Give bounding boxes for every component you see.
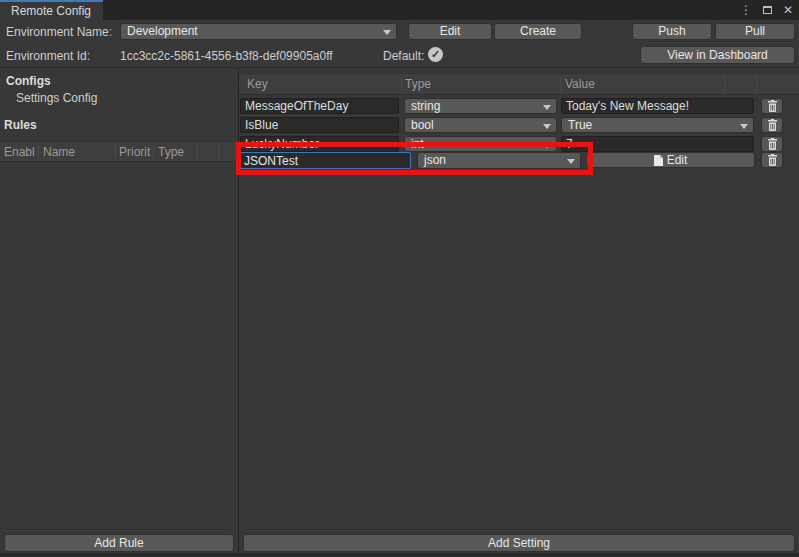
chevron-down-icon <box>543 124 551 129</box>
pull-button[interactable]: Pull <box>715 23 795 40</box>
setting-type-dropdown[interactable]: string <box>404 98 557 114</box>
rules-col-enabled[interactable]: Enabl <box>4 145 37 159</box>
add-rule-button[interactable]: Add Rule <box>4 534 234 552</box>
default-checkbox[interactable]: ✓ <box>428 47 443 62</box>
setting-key-field[interactable]: IsBlue <box>240 117 399 133</box>
setting-value-dropdown[interactable]: True <box>561 117 754 133</box>
delete-setting-button[interactable] <box>761 136 783 152</box>
trash-icon <box>767 100 778 112</box>
chevron-down-icon <box>383 30 391 35</box>
settings-col-type[interactable]: Type <box>405 77 431 91</box>
trash-icon <box>767 119 778 131</box>
rules-col-name[interactable]: Name <box>43 145 75 159</box>
push-button[interactable]: Push <box>632 23 712 40</box>
chevron-down-icon <box>567 159 575 164</box>
section-divider <box>0 67 799 68</box>
settings-col-key[interactable]: Key <box>247 77 268 91</box>
environment-name-dropdown[interactable]: Development <box>120 23 397 40</box>
configs-header: Configs <box>6 73 51 90</box>
setting-value-field[interactable]: Today's New Message! <box>561 98 754 114</box>
close-icon[interactable]: ✕ <box>781 3 795 17</box>
delete-setting-button[interactable] <box>761 98 783 114</box>
view-in-dashboard-button[interactable]: View in Dashboard <box>640 46 795 64</box>
panel-divider[interactable] <box>238 68 239 557</box>
edit-json-button[interactable]: Edit <box>586 152 755 168</box>
chevron-down-icon <box>543 105 551 110</box>
tab-remote-config[interactable]: Remote Config <box>0 0 103 20</box>
setting-type-dropdown[interactable]: json <box>417 152 581 169</box>
setting-type-dropdown[interactable]: bool <box>404 117 557 133</box>
title-bar: Remote Config ⋮ ✕ <box>0 0 799 20</box>
setting-key-field[interactable]: LuckyNumber <box>240 136 399 152</box>
trash-icon <box>767 154 778 166</box>
setting-key-field[interactable]: MessageOfTheDay <box>240 98 399 114</box>
maximize-icon[interactable] <box>760 3 774 17</box>
tab-label: Remote Config <box>11 4 91 18</box>
delete-setting-button[interactable] <box>761 117 783 133</box>
window-menu-icon[interactable]: ⋮ <box>739 3 753 17</box>
environment-name-label: Environment Name: <box>6 24 112 41</box>
file-icon <box>654 155 663 166</box>
sidebar-item-settings-config[interactable]: Settings Config <box>16 91 97 105</box>
settings-table-header: Key Type Value <box>239 73 799 95</box>
setting-value-field[interactable]: 7 <box>561 136 754 152</box>
rules-header: Rules <box>4 117 37 134</box>
default-label: Default: <box>383 48 424 65</box>
rules-table-header: Enabl Name Priorit Type <box>0 141 238 162</box>
window-bottom-edge <box>0 553 799 557</box>
edit-environment-button[interactable]: Edit <box>408 23 492 40</box>
delete-setting-button[interactable] <box>761 152 783 168</box>
settings-col-value[interactable]: Value <box>565 77 595 91</box>
setting-type-dropdown[interactable]: int <box>404 136 557 152</box>
environment-id-value: 1cc3cc2c-5861-4556-b3f8-def09905a0ff <box>120 48 333 65</box>
new-setting-key-input[interactable] <box>240 152 411 169</box>
trash-icon <box>767 138 778 150</box>
rules-col-type[interactable]: Type <box>158 145 184 159</box>
environment-id-label: Environment Id: <box>6 48 90 65</box>
create-environment-button[interactable]: Create <box>494 23 582 40</box>
chevron-down-icon <box>740 124 748 129</box>
rules-col-priority[interactable]: Priorit <box>119 145 152 159</box>
remote-config-window: Remote Config ⋮ ✕ Environment Name: Deve… <box>0 0 799 557</box>
chevron-down-icon <box>543 143 551 148</box>
check-icon: ✓ <box>431 47 440 62</box>
add-setting-button[interactable]: Add Setting <box>243 534 795 552</box>
